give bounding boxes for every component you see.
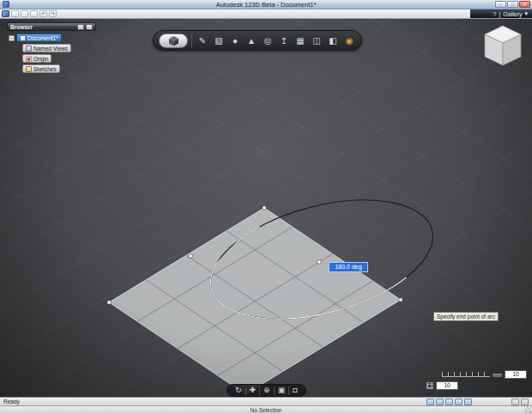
toolbar-separator (274, 387, 275, 395)
ortho-toggle-icon[interactable] (445, 399, 453, 405)
sphere-tool-icon[interactable]: ● (228, 33, 242, 48)
pan-tool-icon[interactable]: ✚ (250, 385, 257, 396)
maximize-button[interactable]: □ (507, 1, 518, 8)
box-tool-icon[interactable]: ▧ (212, 33, 226, 48)
notifications-icon[interactable] (511, 399, 519, 405)
origin-hidden-icon: ✖ (26, 56, 32, 62)
grid-size-input[interactable]: 10 (505, 370, 527, 379)
expand-status-icon[interactable] (521, 399, 529, 405)
redo-icon[interactable]: ↷ (49, 10, 57, 17)
cone-tool-icon[interactable]: ▲ (245, 33, 258, 48)
snap-grid-icon (426, 382, 433, 389)
tree-item-label: Document1* (27, 35, 58, 41)
sketch-tool-icon[interactable]: ✎ (196, 33, 209, 48)
tree-row: − Document1* (9, 33, 96, 42)
open-icon[interactable] (21, 10, 28, 17)
sketches-icon (26, 66, 32, 72)
snap-toggle-icon[interactable] (426, 399, 434, 405)
expander-icon[interactable]: − (9, 35, 15, 41)
orbit-tool-icon[interactable]: ↻ (235, 385, 242, 396)
browser-panel: Browser − Document1* Named Views (7, 22, 96, 75)
tree-item-label: Origin (33, 56, 48, 62)
browser-tree: − Document1* Named Views ✖ Origin (7, 31, 96, 73)
menubar: ↶ ↷ ? | Gallery ▾ (0, 9, 532, 19)
zoom-tool-icon[interactable]: ⊕ (263, 385, 270, 396)
menubar-divider: | (499, 11, 500, 17)
panel-list-icon[interactable] (77, 24, 84, 30)
selection-status-text: No Selection (251, 407, 282, 413)
fit-view-tool-icon[interactable]: ▣ (278, 385, 286, 396)
snapshot-tool-icon[interactable]: ◉ (342, 33, 356, 48)
tree-item-document[interactable]: Document1* (16, 33, 62, 42)
minimize-button[interactable]: − (495, 1, 506, 8)
viewport-canvas[interactable] (0, 19, 532, 397)
torus-tool-icon[interactable]: ◎ (261, 33, 275, 48)
toolbar-separator (245, 387, 246, 395)
document-icon (20, 35, 26, 41)
prompt-bar: Ready (0, 397, 532, 405)
polar-toggle-icon[interactable] (455, 399, 462, 405)
extrude-tool-icon[interactable]: ↥ (277, 33, 291, 48)
ruler-icon (442, 372, 490, 377)
tree-item-sketches[interactable]: Sketches (22, 64, 60, 73)
undo-icon[interactable]: ↶ (39, 10, 47, 17)
primitives-cube-icon (168, 35, 179, 46)
titlebar: Autodesk 123D Beta - Document1* − □ × (0, 0, 532, 9)
arc-angle-input[interactable]: 180.0 deg (329, 262, 368, 272)
camera-tool-icon[interactable]: ◘ (293, 385, 297, 396)
tree-item-origin[interactable]: ✖ Origin (22, 54, 51, 63)
window-title: Autodesk 123D Beta - Document1* (0, 1, 532, 9)
units-toggle-icon[interactable] (464, 399, 472, 405)
help-button[interactable]: ? (493, 11, 497, 17)
tree-row: Sketches (9, 64, 96, 73)
new-document-icon[interactable] (11, 10, 19, 17)
tree-row: ✖ Origin (9, 54, 96, 63)
resize-grip[interactable] (524, 406, 531, 413)
navigation-toolbar: ↻ ✚ ⊕ ▣ ◘ (227, 384, 306, 397)
close-button[interactable]: × (519, 1, 530, 8)
browser-panel-title: Browser (10, 24, 33, 30)
ready-status-text: Ready (3, 399, 20, 405)
tree-item-label: Sketches (33, 66, 57, 72)
viewport[interactable]: Browser − Document1* Named Views (0, 19, 532, 397)
viewcube[interactable] (481, 24, 524, 74)
panel-options-icon[interactable] (86, 24, 93, 30)
gallery-button[interactable]: Gallery (503, 11, 522, 17)
grid-toggle-icon[interactable] (436, 399, 444, 405)
units-widget: mm 10 10 (426, 370, 527, 390)
status-extra-group (511, 399, 529, 405)
tree-row: Named Views (9, 44, 96, 52)
chevron-down-icon[interactable]: ▾ (524, 10, 528, 17)
toolbar-separator (191, 34, 192, 47)
menubar-right-strip: ? | Gallery ▾ (470, 9, 532, 18)
pattern-tool-icon[interactable]: ▦ (293, 33, 307, 48)
app-window: Autodesk 123D Beta - Document1* − □ × ↶ … (0, 0, 532, 414)
prompt-tooltip: Specify end point of arc (433, 312, 499, 321)
main-toolbar: ✎ ▧ ● ▲ ◎ ↥ ▦ ◫ ◧ ◉ (153, 30, 362, 51)
material-tool-icon[interactable]: ◧ (326, 33, 340, 48)
tree-item-named-views[interactable]: Named Views (22, 44, 71, 52)
browser-panel-header[interactable]: Browser (7, 22, 96, 31)
primitives-menu-button[interactable] (159, 33, 188, 48)
status-toggle-group (426, 399, 472, 405)
combine-tool-icon[interactable]: ◫ (310, 33, 323, 48)
snap-size-input[interactable]: 10 (436, 381, 458, 390)
status-bar: No Selection (0, 405, 532, 414)
save-icon[interactable] (30, 10, 38, 17)
tree-item-label: Named Views (33, 46, 68, 52)
toolbar-separator (288, 387, 289, 395)
app-menu-icon[interactable] (2, 10, 9, 17)
named-views-icon (26, 46, 32, 52)
toolbar-separator (259, 387, 260, 395)
unit-label[interactable]: mm (493, 372, 502, 378)
